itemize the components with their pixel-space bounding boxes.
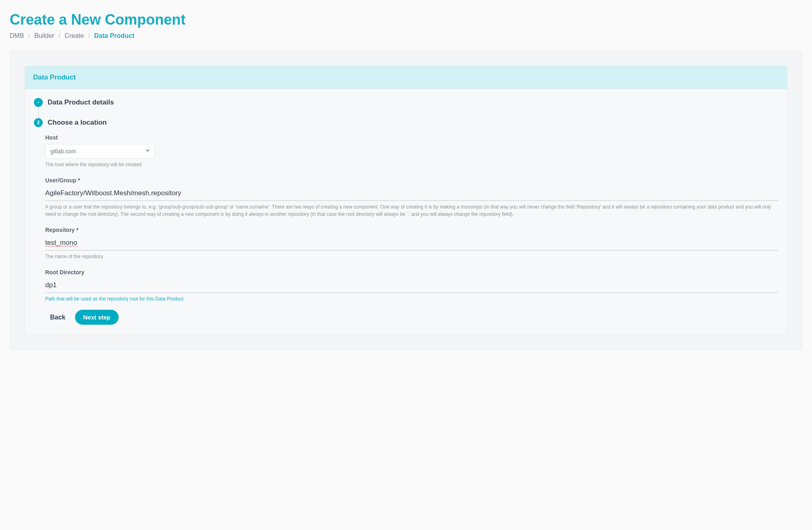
breadcrumb-item-builder[interactable]: Builder: [34, 32, 54, 39]
check-icon: [34, 98, 43, 107]
breadcrumb-separator: /: [88, 32, 90, 39]
user-group-label: User/Group *: [45, 177, 778, 184]
repository-input[interactable]: [45, 236, 778, 250]
stepper: Data Product details 2 Choose a location: [34, 98, 778, 127]
host-label: Host: [45, 134, 778, 141]
root-directory-hint: Path that will be used as the repository…: [45, 295, 778, 303]
host-hint: The host where the repository will be cr…: [45, 161, 778, 168]
step-choose-location: 2 Choose a location: [34, 118, 778, 127]
step-number-badge: 2: [34, 118, 43, 127]
form-actions: Back Next step: [45, 310, 778, 325]
page-title: Create a New Component: [10, 11, 802, 28]
field-user-group: User/Group * A group or a user that the …: [45, 177, 778, 218]
root-directory-label: Root Directory: [45, 269, 778, 275]
host-select[interactable]: [45, 144, 155, 159]
next-step-button[interactable]: Next step: [75, 310, 119, 325]
form-area: Host The host where the repository will …: [34, 127, 778, 325]
step-connector: [38, 107, 778, 118]
panel-title: Data Product: [25, 66, 787, 89]
field-repository: Repository * The name of the repository: [45, 227, 778, 260]
user-group-input[interactable]: [45, 187, 778, 201]
step-label: Choose a location: [48, 119, 106, 127]
breadcrumb-item-data-product: Data Product: [94, 32, 134, 39]
breadcrumb-item-create[interactable]: Create: [65, 32, 84, 39]
breadcrumb-item-dmb[interactable]: DMB: [10, 32, 24, 39]
repository-label: Repository *: [45, 227, 778, 233]
step-label: Data Product details: [48, 98, 114, 106]
content-card: Data Product Data Product details 2 Choo…: [10, 51, 802, 350]
host-input[interactable]: [45, 144, 155, 159]
step-data-product-details[interactable]: Data Product details: [34, 98, 778, 107]
breadcrumb-separator: /: [58, 32, 60, 39]
root-directory-input[interactable]: [45, 279, 778, 293]
user-group-hint: A group or a user that the repository be…: [45, 203, 778, 218]
back-button[interactable]: Back: [45, 311, 70, 324]
panel-body: Data Product details 2 Choose a location…: [25, 89, 787, 334]
breadcrumb: DMB / Builder / Create / Data Product: [10, 32, 802, 40]
form-panel: Data Product Data Product details 2 Choo…: [25, 66, 787, 335]
repository-hint: The name of the repository: [45, 253, 778, 260]
field-root-directory: Root Directory Path that will be used as…: [45, 269, 778, 303]
field-host: Host The host where the repository will …: [45, 134, 778, 168]
breadcrumb-separator: /: [28, 32, 30, 39]
